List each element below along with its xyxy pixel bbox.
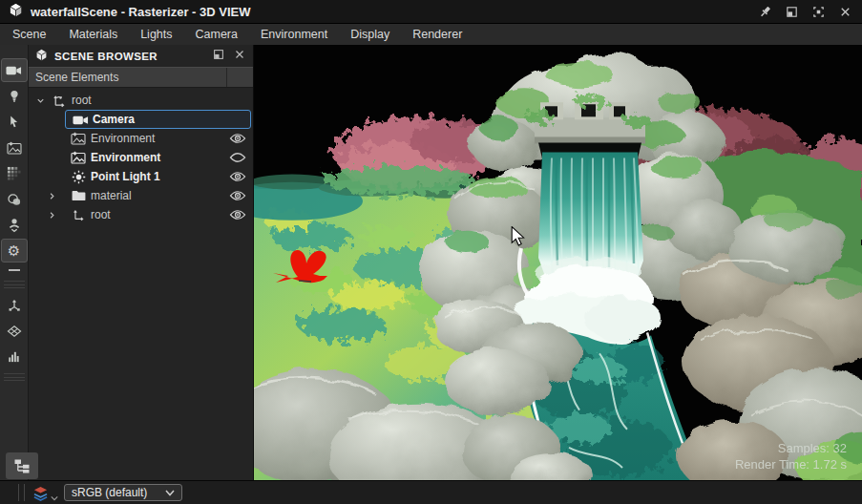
transform-axes-icon (50, 93, 67, 108)
resize-grip (18, 484, 25, 501)
camera-icon (72, 113, 89, 128)
tree-row-material[interactable]: material (29, 186, 253, 205)
tree-label: root (72, 94, 92, 107)
camera-tool-icon[interactable] (1, 58, 28, 82)
tree-label: material (91, 189, 132, 202)
scene-browser-header[interactable]: SCENE BROWSER (29, 45, 253, 67)
tree-row-root-child[interactable]: root (29, 205, 253, 224)
visibility-eye-icon[interactable] (229, 189, 246, 202)
restore-window-icon[interactable] (783, 3, 800, 20)
pin-icon[interactable] (756, 3, 773, 20)
float-panel-icon[interactable] (212, 48, 225, 65)
environment-icon (70, 131, 87, 146)
visibility-eye-off-icon[interactable] (229, 151, 246, 164)
select-pointer-icon[interactable] (1, 110, 28, 134)
menu-scene[interactable]: Scene (1, 24, 57, 45)
window-title: waterfallScene - Rasterizer - 3D VIEW (31, 5, 250, 19)
settings-gear-icon[interactable]: ⚙ (1, 239, 28, 262)
application-window: waterfallScene - Rasterizer - 3D VIEW Sc… (0, 0, 862, 504)
chevron-down-icon (165, 490, 175, 496)
viewport-3d[interactable]: Samples: 32 Render Time: 1.72 s (254, 45, 862, 480)
menu-display[interactable]: Display (339, 24, 401, 45)
point-light-icon (70, 169, 87, 184)
tree-row-environment-2[interactable]: Environment (29, 148, 253, 167)
mouse-cursor (511, 226, 525, 246)
chevron-right-icon[interactable] (44, 188, 59, 203)
title-bar[interactable]: waterfallScene - Rasterizer - 3D VIEW (0, 0, 862, 24)
collapse-minus-icon[interactable] (1, 264, 28, 276)
chevron-down-icon (51, 495, 58, 501)
texture-dither-icon[interactable] (1, 161, 28, 185)
render-stats: Samples: 32 Render Time: 1.72 s (735, 440, 847, 472)
transform-axes-icon[interactable] (1, 293, 28, 317)
samples-readout: Samples: 32 (735, 440, 847, 456)
tree-row-camera[interactable]: Camera (29, 110, 253, 129)
histogram-icon[interactable] (1, 345, 28, 368)
left-toolbar: ⚙ (0, 45, 29, 480)
selected-row-highlight: Camera (65, 110, 251, 129)
scene-browser-panel: SCENE BROWSER Scene Elements (29, 45, 254, 480)
toolbar-separator (4, 281, 25, 288)
tree-row-root[interactable]: root (29, 91, 253, 110)
menu-lights[interactable]: Lights (129, 24, 183, 45)
visibility-eye-icon[interactable] (229, 170, 246, 183)
menu-materials[interactable]: Materials (57, 24, 129, 45)
tree-label: Camera (93, 113, 135, 126)
rendered-scene (254, 45, 862, 480)
color-profile-value: sRGB (default) (72, 486, 161, 499)
close-panel-icon[interactable] (233, 48, 246, 65)
turntable-figure-icon[interactable] (1, 213, 28, 237)
tree-label: root (91, 208, 111, 221)
tree-label: Environment (91, 151, 160, 164)
hierarchy-tree-icon (13, 458, 31, 473)
folder-icon (70, 188, 87, 203)
maximize-window-icon[interactable] (809, 3, 827, 20)
close-window-icon[interactable] (836, 3, 853, 20)
tree-label: Environment (91, 132, 155, 145)
menu-environment[interactable]: Environment (249, 24, 339, 45)
status-bar: sRGB (default) (0, 480, 862, 504)
menu-camera[interactable]: Camera (184, 24, 249, 45)
tree-label: Point Light 1 (91, 170, 160, 183)
ground-plane-icon[interactable] (1, 319, 28, 343)
transform-axes-icon (70, 207, 87, 222)
environment-icon (70, 150, 87, 165)
scene-tree: root Camera Environment (29, 88, 253, 480)
scene-browser-toggle-button[interactable] (6, 452, 38, 479)
panel-title: SCENE BROWSER (54, 51, 158, 62)
menu-bar: Scene Materials Lights Camera Environmen… (0, 24, 862, 45)
tree-row-environment[interactable]: Environment (29, 129, 253, 148)
light-bulb-icon[interactable] (1, 84, 28, 108)
toolbar-separator (4, 373, 25, 381)
visibility-eye-icon[interactable] (229, 132, 246, 145)
column-scene-elements: Scene Elements (29, 71, 226, 84)
visibility-eye-icon[interactable] (229, 208, 246, 221)
app-logo-cube-icon (9, 3, 23, 21)
color-profile-dropdown[interactable]: sRGB (default) (64, 484, 182, 501)
chevron-right-icon[interactable] (44, 207, 59, 222)
render-time-readout: Render Time: 1.72 s (735, 456, 847, 472)
tree-column-header[interactable]: Scene Elements (29, 67, 253, 88)
render-spheres-icon[interactable] (1, 187, 28, 211)
color-layers-icon[interactable] (32, 485, 58, 501)
environment-image-icon[interactable] (1, 136, 28, 159)
chevron-down-icon[interactable] (32, 93, 48, 108)
cube-icon (35, 48, 48, 65)
menu-renderer[interactable]: Renderer (401, 24, 473, 45)
tree-row-point-light[interactable]: Point Light 1 (29, 167, 253, 186)
